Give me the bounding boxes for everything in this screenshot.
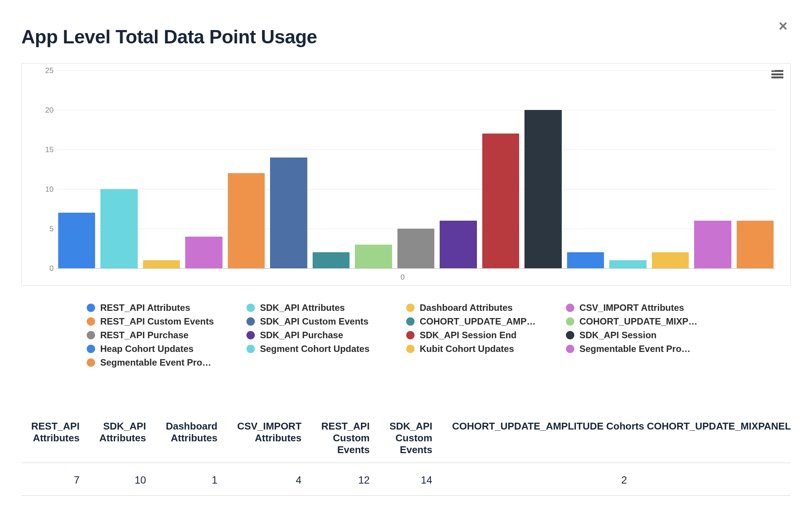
page-title: App Level Total Data Point Usage <box>21 26 791 48</box>
legend-item[interactable]: Heap Cohort Updates <box>87 344 246 354</box>
legend-item[interactable]: CSV_IMPORT Attributes <box>566 302 726 313</box>
bar[interactable] <box>652 252 689 268</box>
legend-swatch <box>246 331 255 339</box>
bar[interactable] <box>313 252 350 268</box>
legend-label: SDK_API Attributes <box>260 302 345 313</box>
legend-item[interactable]: SDK_API Custom Events <box>246 316 406 327</box>
column-header[interactable]: SDK_API Attributes <box>89 414 156 463</box>
bar[interactable] <box>567 252 604 268</box>
column-header[interactable]: COHORT_UPDATE_AMPLITUDE Cohorts <box>442 414 637 463</box>
close-icon: × <box>779 18 787 35</box>
legend-label: REST_API Custom Events <box>100 316 214 327</box>
legend-label: Segment Cohort Updates <box>260 344 370 354</box>
legend-label: SDK_API Session <box>580 330 657 341</box>
legend-swatch <box>566 345 574 353</box>
bar[interactable] <box>143 260 180 268</box>
table-cell: 10 <box>89 463 156 496</box>
legend-item[interactable]: Kubit Cohort Updates <box>406 344 566 354</box>
bar[interactable] <box>100 189 137 268</box>
legend-swatch <box>566 317 574 326</box>
legend-item[interactable]: REST_API Attributes <box>87 302 246 313</box>
legend-label: Heap Cohort Updates <box>100 344 194 354</box>
y-axis-tick: 25 <box>35 66 54 75</box>
legend-label: Segmentable Event Pro… <box>100 357 211 368</box>
legend-swatch <box>566 304 574 312</box>
chart-frame: 0510152025 0 <box>21 63 791 286</box>
legend-item[interactable]: Segmentable Event Pro… <box>566 344 726 354</box>
column-header[interactable]: SDK_API Custom Events <box>380 414 442 463</box>
legend-label: SDK_API Session End <box>420 330 517 341</box>
bar[interactable] <box>440 221 477 268</box>
data-table-scroll[interactable]: REST_API AttributesSDK_API AttributesDas… <box>21 414 791 500</box>
close-button[interactable]: × <box>775 18 791 33</box>
bar[interactable] <box>185 237 222 268</box>
legend-swatch <box>406 331 415 339</box>
table-cell: 7 <box>21 463 89 496</box>
y-axis-tick: 15 <box>35 145 54 154</box>
legend-label: CSV_IMPORT Attributes <box>580 302 684 313</box>
bar[interactable] <box>58 213 95 268</box>
legend-swatch <box>87 345 95 353</box>
legend-item[interactable]: COHORT_UPDATE_AMP… <box>406 316 566 327</box>
data-table: REST_API AttributesSDK_API AttributesDas… <box>21 414 791 496</box>
legend-item[interactable]: REST_API Purchase <box>87 330 246 341</box>
legend-swatch <box>246 317 255 326</box>
bar[interactable] <box>609 260 646 268</box>
table-row: 7101412142356172021266 <box>21 463 791 496</box>
column-header[interactable]: Dashboard Attributes <box>156 414 227 463</box>
legend-label: Segmentable Event Pro… <box>580 344 691 354</box>
column-header[interactable]: COHORT_UPDATE_MIXPANEL Cohorts <box>637 414 791 463</box>
table-cell: 1 <box>156 463 227 496</box>
legend-swatch <box>87 358 95 367</box>
legend-label: COHORT_UPDATE_MIXP… <box>580 316 698 327</box>
bar[interactable] <box>482 134 519 268</box>
table-cell: 2 <box>442 463 637 496</box>
bar[interactable] <box>270 158 307 268</box>
grid-line <box>57 268 775 269</box>
legend-label: SDK_API Purchase <box>260 330 343 341</box>
y-axis-tick: 0 <box>35 264 54 273</box>
legend-item[interactable]: Segment Cohort Updates <box>246 344 406 354</box>
legend-item[interactable]: Segmentable Event Pro… <box>87 357 246 368</box>
legend-item[interactable]: COHORT_UPDATE_MIXP… <box>566 316 726 327</box>
table-cell: 3 <box>637 463 791 496</box>
legend-swatch <box>87 331 95 339</box>
column-header[interactable]: REST_API Custom Events <box>311 414 380 463</box>
legend-swatch <box>87 317 95 326</box>
bar[interactable] <box>355 245 392 268</box>
legend-swatch <box>87 304 95 312</box>
column-header[interactable]: REST_API Attributes <box>21 414 89 463</box>
legend-item[interactable]: SDK_API Session <box>566 330 726 341</box>
y-axis-tick: 10 <box>35 185 54 194</box>
bar[interactable] <box>397 229 434 268</box>
chart-legend: REST_API AttributesSDK_API AttributesDas… <box>21 302 791 368</box>
legend-swatch <box>406 304 415 312</box>
legend-swatch <box>246 345 255 353</box>
bar[interactable] <box>524 110 561 268</box>
table-cell: 14 <box>380 463 442 496</box>
legend-label: SDK_API Custom Events <box>260 316 369 327</box>
column-header[interactable]: CSV_IMPORT Attributes <box>227 414 311 463</box>
legend-item[interactable]: Dashboard Attributes <box>406 302 566 313</box>
legend-swatch <box>406 317 415 326</box>
bar[interactable] <box>228 173 265 268</box>
legend-label: Dashboard Attributes <box>420 302 513 313</box>
legend-label: Kubit Cohort Updates <box>420 344 514 354</box>
y-axis-tick: 20 <box>35 106 54 115</box>
legend-label: COHORT_UPDATE_AMP… <box>420 316 536 327</box>
bar[interactable] <box>694 221 731 268</box>
legend-swatch <box>566 331 574 339</box>
legend-item[interactable]: SDK_API Attributes <box>246 302 406 313</box>
x-axis-tick: 0 <box>22 273 783 282</box>
y-axis-tick: 5 <box>35 224 54 233</box>
legend-item[interactable]: SDK_API Purchase <box>246 330 406 341</box>
table-cell: 12 <box>311 463 380 496</box>
legend-label: REST_API Purchase <box>100 330 189 341</box>
legend-swatch <box>246 304 255 312</box>
legend-label: REST_API Attributes <box>100 302 190 313</box>
legend-item[interactable]: SDK_API Session End <box>406 330 566 341</box>
legend-swatch <box>406 345 415 353</box>
legend-item[interactable]: REST_API Custom Events <box>87 316 246 327</box>
bar[interactable] <box>737 221 774 268</box>
table-cell: 4 <box>227 463 311 496</box>
